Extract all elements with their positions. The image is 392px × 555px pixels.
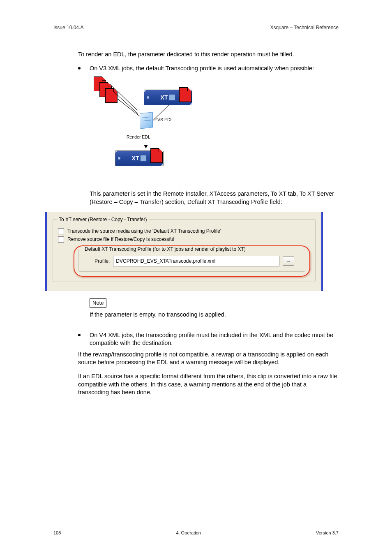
- note-text: If the parameter is empty, no transcodin…: [90, 311, 238, 319]
- transcode-checkbox-label: Transcode the source media using the 'De…: [67, 228, 221, 234]
- header-rule: [53, 34, 339, 34]
- format-diff-paragraph: If an EDL source has a specific format d…: [78, 372, 339, 397]
- footer-page: 108: [53, 530, 61, 535]
- bullet-v4: On V4 XML jobs, the transcoding profile …: [90, 331, 339, 347]
- bullet-dot: [78, 334, 81, 336]
- header-issue: Issue 10.04.A: [53, 25, 83, 30]
- remove-source-checkbox-label: Remove source file if Restore/Copy is su…: [67, 236, 174, 243]
- footer-section: 4. Operation: [176, 530, 201, 535]
- render-edl-label: Render EDL: [127, 134, 150, 140]
- param-location-paragraph: This parameter is set in the Remote Inst…: [90, 190, 339, 206]
- remove-source-checkbox[interactable]: [58, 236, 64, 243]
- browse-button[interactable]: ...: [283, 257, 294, 266]
- settings-panel: To XT server (Restore - Copy - Transfer)…: [45, 212, 323, 291]
- to-xt-group-title: To XT server (Restore - Copy - Transfer): [57, 216, 149, 223]
- header-product: Xsquare – Technical Reference: [270, 25, 339, 30]
- profile-label: Profile:: [95, 258, 110, 264]
- note-badge: Note: [92, 300, 104, 306]
- xt-label: XT: [132, 155, 139, 162]
- bullet-v3: On V3 XML jobs, the default Transcoding …: [90, 65, 314, 73]
- bullet-dot: [78, 67, 81, 69]
- edl-render-diagram: XT EVS EDL Render EDL XT: [78, 76, 234, 183]
- to-xt-group: To XT server (Restore - Copy - Transfer)…: [53, 219, 316, 282]
- page-header: Issue 10.04.A Xsquare – Technical Refere…: [53, 25, 339, 30]
- evs-edl-label: EVS EDL: [154, 117, 173, 123]
- page-footer: 108 4. Operation Version 3.7: [53, 530, 339, 535]
- default-profile-group-title: Default XT Transcoding Profile (for to X…: [83, 246, 247, 252]
- evs-edl-icon: [140, 112, 153, 129]
- highlight-annotation: Default XT Transcoding Profile (for to X…: [74, 245, 310, 277]
- transcode-checkbox[interactable]: [58, 228, 64, 234]
- incompat-paragraph: If the rewrap/transcoding profile is not…: [78, 351, 339, 367]
- xt-label: XT: [161, 94, 168, 102]
- profile-input[interactable]: [113, 256, 279, 266]
- intro-paragraph: To render an EDL, the parameter dedicate…: [78, 51, 339, 59]
- footer-version: Version 3.7: [316, 530, 339, 535]
